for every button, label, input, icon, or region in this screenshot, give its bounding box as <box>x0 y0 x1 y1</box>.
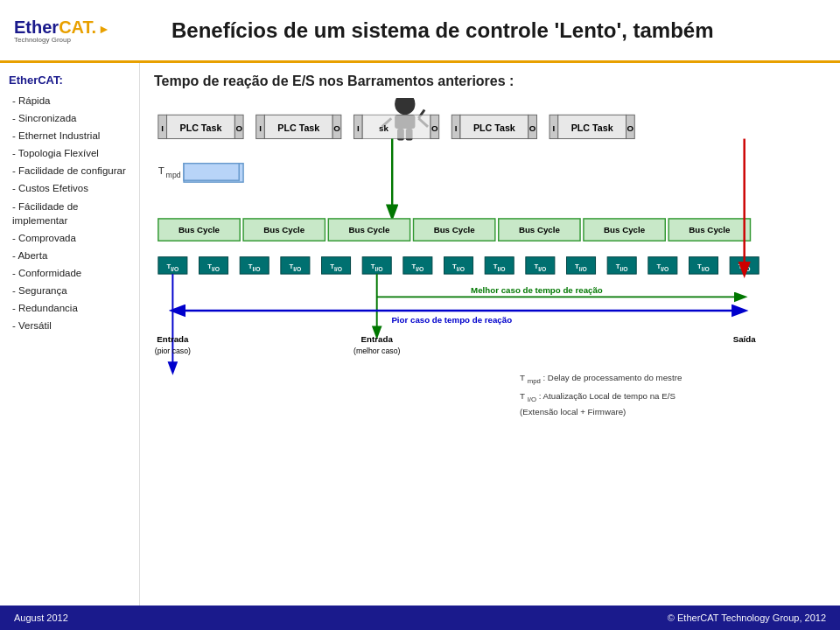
header: EtherCAT. ► Technology Group Benefícios … <box>0 0 840 63</box>
svg-text:Pior caso de tempo de reação: Pior caso de tempo de reação <box>391 315 512 325</box>
svg-text:I: I <box>553 123 556 133</box>
svg-text:Entrada: Entrada <box>361 334 394 344</box>
svg-text:(Extensão local + Firmware): (Extensão local + Firmware) <box>520 407 626 416</box>
sidebar-item: - Segurança <box>9 282 130 299</box>
sidebar-item: - Aberta <box>9 247 130 264</box>
sidebar-item: - Topologia Flexível <box>9 144 130 162</box>
svg-text:O: O <box>627 123 634 133</box>
sidebar-item: - Custos Efetivos <box>9 179 130 197</box>
svg-text:Bus Cycle: Bus Cycle <box>519 225 561 234</box>
svg-point-13 <box>395 98 415 115</box>
footer-right: © EtherCAT Technology Group, 2012 <box>668 612 826 623</box>
svg-text:O: O <box>333 123 340 133</box>
svg-text:I: I <box>455 123 458 133</box>
svg-text:PLC Task: PLC Task <box>277 122 319 133</box>
sidebar-item: - Conformidade <box>9 264 130 282</box>
svg-text:T: T <box>158 164 164 176</box>
svg-text:I: I <box>161 123 164 133</box>
svg-text:I: I <box>259 123 262 133</box>
svg-text:Saída: Saída <box>733 334 757 344</box>
header-title: Benefícios de um sistema de controle 'Le… <box>154 18 826 43</box>
svg-text:O: O <box>235 123 242 133</box>
svg-text:Bus Cycle: Bus Cycle <box>434 225 476 234</box>
svg-text:I: I <box>357 123 360 133</box>
sidebar-item: - Versátil <box>9 317 130 334</box>
svg-rect-101 <box>184 164 239 180</box>
sidebar-item: - Redundancia <box>9 299 130 317</box>
content: Tempo de reação de E/S nos Barramentos a… <box>140 63 840 606</box>
svg-text:O: O <box>431 123 438 133</box>
logo-ether: Ether <box>14 18 59 38</box>
sidebar-item: - Rápida <box>9 92 130 109</box>
main: EtherCAT: - Rápida - Sincronizada - Ethe… <box>0 63 840 606</box>
svg-text:O: O <box>529 123 536 133</box>
sidebar-item: - Facilidade de configurar <box>9 162 130 179</box>
svg-text:sk: sk <box>379 123 388 133</box>
diagram-svg: PLC Task I O PLC Task I O <box>154 98 826 518</box>
sidebar: EtherCAT: - Rápida - Sincronizada - Ethe… <box>0 63 140 606</box>
sidebar-section-title: EtherCAT: <box>9 74 130 87</box>
svg-text:PLC Task: PLC Task <box>473 122 515 133</box>
logo-cat: CAT. <box>59 18 96 38</box>
sidebar-item: - Sincronizada <box>9 109 130 127</box>
sidebar-item: - Ethernet Industrial <box>9 127 130 144</box>
svg-text:Bus Cycle: Bus Cycle <box>689 225 731 234</box>
logo: EtherCAT. ► Technology Group <box>14 18 110 44</box>
content-subtitle: Tempo de reação de E/S nos Barramentos a… <box>154 74 826 89</box>
logo-area: EtherCAT. ► Technology Group <box>14 18 154 44</box>
svg-text:(pior caso): (pior caso) <box>155 346 191 355</box>
svg-text:Entrada: Entrada <box>157 334 189 344</box>
svg-text:(melhor caso): (melhor caso) <box>354 346 400 355</box>
sidebar-item: - Fácilidade de implementar <box>9 198 130 229</box>
svg-rect-20 <box>362 115 430 138</box>
svg-text:Bus Cycle: Bus Cycle <box>348 225 390 234</box>
sidebar-item: - Comprovada <box>9 229 130 247</box>
svg-text:T
          I/O
          :  A: T I/O : Atualização Local de tempo na E/… <box>520 391 676 403</box>
svg-text:Melhor caso de tempo de reação: Melhor caso de tempo de reação <box>471 285 603 295</box>
svg-text:PLC Task: PLC Task <box>180 122 222 133</box>
logo-arrow: ► <box>98 22 110 36</box>
svg-text:Bus Cycle: Bus Cycle <box>263 225 305 234</box>
footer: August 2012 © EtherCAT Technology Group,… <box>0 606 840 630</box>
footer-left: August 2012 <box>14 612 68 623</box>
svg-text:Bus Cycle: Bus Cycle <box>178 225 220 234</box>
svg-text:T
          mpd
          : De: T mpd : Delay de processamento do mestre <box>520 373 682 385</box>
svg-text:Bus Cycle: Bus Cycle <box>604 225 646 234</box>
svg-text:mpd: mpd <box>166 171 181 179</box>
svg-text:PLC Task: PLC Task <box>571 122 613 133</box>
diagram: PLC Task I O PLC Task I O <box>154 98 826 518</box>
